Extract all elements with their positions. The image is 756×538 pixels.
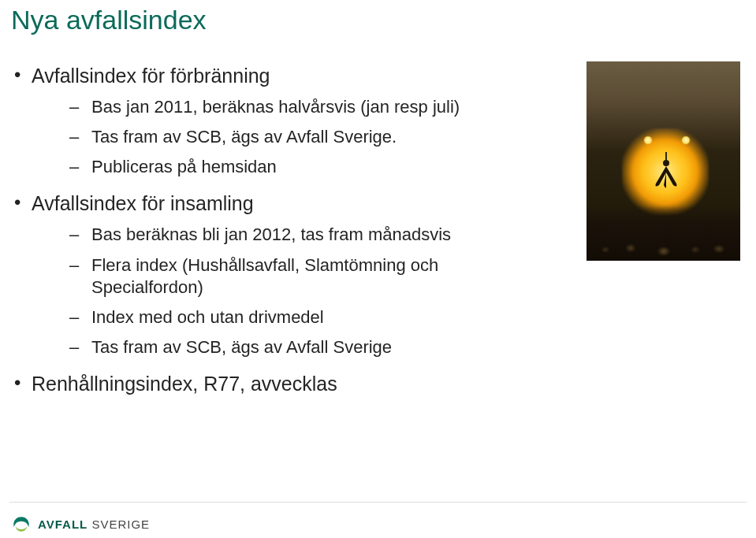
- bullet-item-2-text: Avfallsindex för insamling: [32, 192, 254, 214]
- sub-item-text: Tas fram av SCB, ägs av Avfall Sverige.: [91, 127, 397, 147]
- sub-item-text: Flera index (Hushållsavfall, Slamtömning…: [91, 255, 438, 297]
- sub-item-text: Tas fram av SCB, ägs av Avfall Sverige: [91, 337, 392, 357]
- sub-item: Tas fram av SCB, ägs av Avfall Sverige: [55, 336, 516, 358]
- sub-item-text: Publiceras på hemsidan: [91, 157, 277, 176]
- sub-item: Publiceras på hemsidan: [55, 156, 516, 178]
- slide-image: [587, 61, 740, 261]
- image-rubble: [593, 228, 734, 256]
- footer-logo-text: AVFALL SVERIGE: [38, 518, 150, 531]
- recycle-swirl-icon: [11, 515, 32, 533]
- sub-item: Flera index (Hushållsavfall, Slamtömning…: [55, 254, 516, 299]
- bullet-item-2: Avfallsindex för insamling Bas beräknas …: [11, 191, 516, 358]
- slide: { "title": "Nya avfallsindex", "bullets"…: [0, 0, 756, 538]
- footer-divider: [9, 502, 747, 503]
- sub-item: Bas beräknas bli jan 2012, tas fram måna…: [55, 224, 516, 246]
- image-light: [643, 135, 653, 145]
- footer-logo: AVFALL SVERIGE: [11, 515, 150, 533]
- brand-word-2: SVERIGE: [91, 518, 150, 531]
- slide-body: Avfallsindex för förbränning Bas jan 201…: [11, 63, 516, 409]
- bullet-item-1: Avfallsindex för förbränning Bas jan 201…: [11, 63, 516, 178]
- bullet-item-1-text: Avfallsindex för förbränning: [32, 65, 270, 87]
- sub-item-text: Bas jan 2011, beräknas halvårsvis (jan r…: [91, 97, 460, 117]
- brand-word-1: AVFALL: [38, 518, 88, 531]
- sub-item: Tas fram av SCB, ägs av Avfall Sverige.: [55, 126, 516, 148]
- bullet-1-sublist: Bas jan 2011, beräknas halvårsvis (jan r…: [32, 96, 516, 178]
- sub-item-text: Index med och utan drivmedel: [91, 307, 324, 327]
- sub-item: Bas jan 2011, beräknas halvårsvis (jan r…: [55, 96, 516, 118]
- sub-item-text: Bas beräknas bli jan 2012, tas fram måna…: [91, 224, 451, 244]
- slide-footer: AVFALL SVERIGE: [0, 502, 756, 538]
- crane-claw-icon: [648, 152, 684, 188]
- bullet-item-3: Renhållningsindex, R77, avvecklas: [11, 371, 516, 396]
- bullet-2-sublist: Bas beräknas bli jan 2012, tas fram måna…: [32, 224, 516, 358]
- svg-point-1: [663, 160, 669, 166]
- slide-title: Nya avfallsindex: [11, 5, 207, 35]
- image-light: [681, 135, 691, 145]
- bullet-list: Avfallsindex för förbränning Bas jan 201…: [11, 63, 516, 396]
- sub-item: Index med och utan drivmedel: [55, 306, 516, 328]
- bullet-item-3-text: Renhållningsindex, R77, avvecklas: [32, 373, 337, 395]
